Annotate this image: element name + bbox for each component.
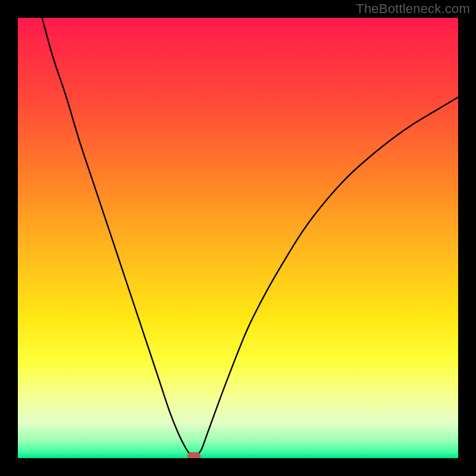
watermark-text: TheBottleneck.com: [356, 1, 470, 17]
bottleneck-curve: [18, 18, 458, 458]
plot-area: [18, 18, 458, 458]
chart-frame: TheBottleneck.com: [0, 0, 476, 476]
curve-path: [42, 18, 458, 457]
optimal-point-marker: [187, 452, 201, 458]
